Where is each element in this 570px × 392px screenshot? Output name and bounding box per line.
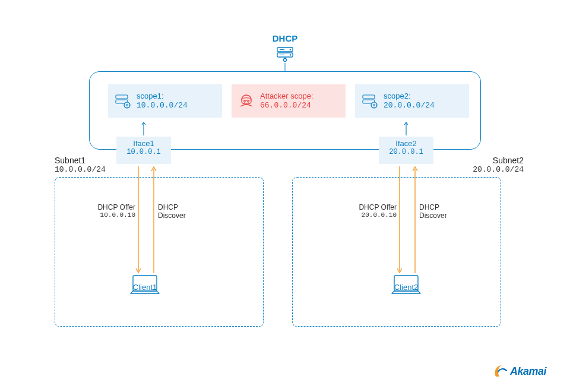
offer1-ip: 10.0.0.10	[83, 211, 135, 219]
scope1-box: scope1: 10.0.0.0/24	[108, 84, 222, 118]
iface2-ip: 20.0.0.1	[379, 148, 433, 156]
iface1-box: Iface1 10.0.0.1	[116, 137, 171, 164]
akamai-wave-icon	[492, 363, 508, 379]
exchange2: DHCP Offer 20.0.0.10 DHCP Discover	[350, 166, 469, 291]
subnet2-name: Subnet2	[473, 156, 524, 165]
attacker-icon	[239, 93, 254, 109]
scope2-box: scope2: 20.0.0.0/24	[355, 84, 469, 118]
akamai-text: Akamai	[510, 365, 546, 378]
iface1-name: Iface1	[116, 139, 171, 148]
subnet1-name: Subnet1	[55, 156, 106, 165]
discover2-line1: DHCP	[419, 203, 463, 211]
iface2-box: Iface2 20.0.0.1	[379, 137, 433, 164]
dhcp-offer-arrow-icon	[397, 166, 403, 273]
attacker-scope-box: Attacker scope: 66.0.0.0/24	[232, 84, 346, 118]
svg-point-18	[248, 101, 249, 103]
server-scope-icon	[115, 93, 131, 109]
offer2-ip: 20.0.0.10	[344, 211, 397, 219]
scope2-title: scope2:	[384, 91, 435, 101]
scope1-ip: 10.0.0.0/24	[137, 101, 188, 110]
attacker-title: Attacker scope:	[260, 91, 314, 101]
attacker-ip: 66.0.0.0/24	[260, 101, 314, 110]
offer2-title: DHCP Offer	[344, 203, 397, 211]
svg-rect-19	[363, 95, 375, 99]
dhcp-title: DHCP	[273, 33, 298, 43]
dhcp-discover-arrow-icon	[151, 166, 157, 273]
connector-dhcp	[285, 63, 286, 71]
dhcp-offer-arrow-icon	[135, 166, 141, 273]
subnet2-ip: 20.0.0.0/24	[473, 165, 524, 174]
dhcp-discover-arrow-icon	[412, 166, 418, 273]
subnet2-label: Subnet2 20.0.0.0/24	[473, 156, 524, 174]
iface1-ip: 10.0.0.1	[116, 148, 171, 156]
arrow-iface1-up-icon	[141, 121, 146, 135]
client2-name: Client2	[379, 283, 433, 292]
svg-point-6	[284, 59, 287, 62]
svg-point-16	[242, 98, 251, 100]
offer1-title: DHCP Offer	[83, 203, 135, 211]
discover1-line2: Discover	[158, 211, 202, 220]
svg-point-4	[290, 49, 291, 50]
client1: Client1	[118, 273, 172, 299]
server-scope-icon	[362, 93, 378, 109]
scope1-title: scope1:	[137, 91, 188, 101]
svg-rect-8	[116, 95, 128, 99]
svg-point-17	[244, 101, 246, 103]
client1-name: Client1	[118, 283, 172, 292]
exchange1: DHCP Offer 10.0.0.10 DHCP Discover	[89, 166, 208, 291]
scope2-ip: 20.0.0.0/24	[384, 101, 435, 110]
arrow-iface2-up-icon	[404, 121, 408, 135]
svg-point-5	[290, 54, 291, 55]
dhcp-diagram: DHCP	[0, 0, 570, 392]
iface2-name: Iface2	[379, 139, 433, 148]
akamai-logo: Akamai	[492, 363, 546, 379]
server-icon	[276, 46, 294, 63]
discover1-line1: DHCP	[158, 203, 202, 211]
client2: Client2	[379, 273, 433, 299]
discover2-line2: Discover	[419, 211, 463, 220]
